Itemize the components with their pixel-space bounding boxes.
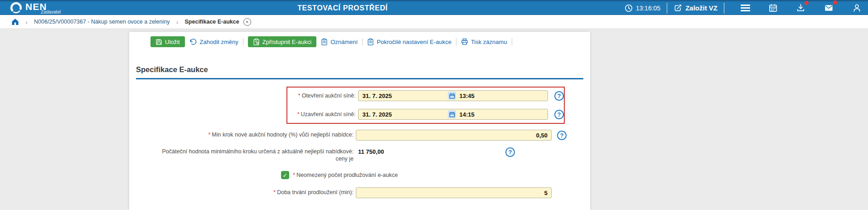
announcement-button[interactable]: Oznámení — [321, 38, 358, 45]
required-asterisk: * — [293, 172, 295, 178]
breadcrumb-current-page: Specifikace E-aukce — [185, 19, 239, 25]
header-controls: 13:16:05 Založit VZ — [625, 3, 862, 14]
clipboard-icon — [367, 38, 374, 45]
datepicker-button[interactable] — [448, 92, 456, 100]
publish-eauction-button[interactable]: Zpřístupnit E-aukci — [248, 36, 316, 47]
checkmark-icon: ✓ — [283, 172, 288, 179]
close-tab-icon[interactable] — [243, 18, 251, 26]
page-background: Uložit Zahodit změny — [0, 29, 868, 210]
help-icon[interactable] — [554, 110, 564, 119]
calendar-icon — [449, 93, 455, 99]
nen-logo[interactable]: NEN Zadavatel — [9, 1, 61, 15]
form-row-min-step: *Min krok nové aukční hodnoty (%) vůči n… — [129, 130, 590, 141]
open-room-time-value[interactable]: 13:45 — [459, 93, 474, 99]
unlimited-extensions-checkbox[interactable]: ✓ — [281, 171, 289, 179]
advanced-settings-button[interactable]: Pokročilé nastavení E-aukce — [367, 38, 451, 45]
app-header: NEN Zadavatel TESTOVACÍ PROSTŘEDÍ 13:16:… — [0, 0, 868, 15]
eauction-form: *Otevření aukční síně: 31. 7. 2025 — [129, 87, 590, 198]
toolbar-separator — [362, 38, 363, 45]
help-icon[interactable] — [505, 147, 515, 157]
breadcrumb-procurement-link[interactable]: N006/25/V00007367 - Nákup semen ovoce a … — [34, 19, 170, 25]
save-button[interactable]: Uložit — [150, 36, 185, 47]
nen-logo-icon — [9, 1, 23, 15]
undo-icon — [189, 39, 197, 45]
content-card: Uložit Zahodit změny — [129, 32, 590, 210]
help-icon[interactable] — [557, 131, 567, 140]
discard-changes-button[interactable]: Zahodit změny — [189, 39, 238, 45]
edit-icon — [674, 4, 682, 12]
advanced-settings-label: Pokročilé nastavení E-aukce — [377, 39, 451, 45]
header-divider — [667, 3, 667, 14]
mail-icon — [824, 3, 834, 13]
breadcrumb: N006/25/V00007367 - Nákup semen ovoce a … — [0, 15, 868, 29]
field-label: *Uzavření aukční síně: — [292, 111, 355, 117]
toolbar-separator — [512, 38, 512, 45]
record-toolbar: Uložit Zahodit změny — [129, 32, 590, 47]
clipboard-gear-icon — [253, 38, 260, 45]
nen-application: NEN Zadavatel TESTOVACÍ PROSTŘEDÍ 13:16:… — [0, 0, 868, 210]
printer-icon — [461, 38, 468, 45]
close-room-datetime-field[interactable]: 31. 7. 2025 14:15 — [358, 109, 548, 120]
validation-highlight-box: *Otevření aukční síně: 31. 7. 2025 — [286, 87, 565, 124]
messages-button[interactable] — [824, 3, 834, 13]
publish-eauction-label: Zpřístupnit E-aukci — [262, 39, 311, 45]
print-record-button[interactable]: Tisk záznamu — [461, 38, 507, 45]
field-label: *Doba trvání prodloužení (min): — [129, 189, 354, 196]
close-room-time-value[interactable]: 14:15 — [459, 111, 474, 118]
field-label: *Min krok nové aukční hodnoty (%) vůči n… — [129, 132, 354, 139]
open-room-datetime-field[interactable]: 31. 7. 2025 13:45 — [358, 90, 548, 101]
required-asterisk: * — [208, 132, 210, 138]
form-row-extension-duration: *Doba trvání prodloužení (min): 5 — [129, 187, 590, 198]
form-row-open-room: *Otevření aukční síně: 31. 7. 2025 — [292, 90, 564, 101]
logo-text: NEN Zadavatel — [25, 2, 61, 15]
field-label: Počáteční hodnota minimálního kroku urče… — [129, 148, 354, 162]
discard-changes-label: Zahodit změny — [200, 39, 238, 45]
home-icon[interactable] — [11, 18, 19, 25]
print-record-label: Tisk záznamu — [471, 39, 507, 45]
min-step-value[interactable]: 0,50 — [536, 132, 551, 139]
form-row-close-room: *Uzavření aukční síně: 31. 7. 2025 — [292, 109, 564, 120]
extension-duration-input[interactable]: 5 — [356, 187, 552, 198]
chevron-right-icon — [176, 18, 179, 26]
message-notification-badge — [833, 0, 837, 5]
page-title: Specifikace E-aukce — [136, 65, 208, 73]
calendar-icon — [449, 112, 455, 117]
open-room-date-value[interactable]: 31. 7. 2025 — [359, 93, 448, 99]
announcement-label: Oznámení — [330, 39, 358, 45]
clipboard-icon — [321, 38, 328, 45]
field-label: *Otevření aukční síně: — [292, 93, 355, 99]
initial-step-value: 11 750,00 — [358, 148, 384, 156]
required-asterisk: * — [298, 93, 301, 99]
toolbar-separator — [243, 38, 243, 45]
required-asterisk: * — [273, 189, 276, 195]
create-vz-button[interactable]: Založit VZ — [674, 4, 718, 12]
help-icon[interactable] — [554, 91, 564, 101]
server-time-value: 13:16:05 — [636, 5, 661, 12]
close-room-date-value[interactable]: 31. 7. 2025 — [359, 111, 448, 118]
form-row-unlimited-extensions: ✓ *Neomezený počet prodlužování e-aukce — [281, 171, 590, 179]
main-menu-button[interactable] — [741, 3, 750, 13]
section-header: Specifikace E-aukce — [136, 65, 583, 79]
min-step-input[interactable]: 0,50 — [356, 130, 552, 141]
user-profile-button[interactable] — [852, 3, 862, 13]
environment-title: TESTOVACÍ PROSTŘEDÍ — [61, 4, 625, 12]
checkbox-label: *Neomezený počet prodlužování e-aukce — [293, 172, 398, 178]
required-asterisk: * — [297, 111, 300, 117]
calendar-icon — [768, 3, 778, 13]
logo-module-label: Zadavatel — [41, 10, 61, 15]
form-row-initial-step: Počáteční hodnota minimálního kroku urče… — [129, 148, 590, 162]
datepicker-button[interactable] — [448, 110, 456, 118]
create-vz-label: Založit VZ — [685, 4, 718, 12]
calendar-button[interactable] — [768, 3, 778, 13]
download-icon — [796, 3, 805, 13]
save-button-label: Uložit — [165, 39, 180, 45]
extension-duration-value[interactable]: 5 — [544, 190, 551, 196]
download-notification-badge — [805, 1, 809, 5]
server-time: 13:16:05 — [625, 4, 661, 12]
header-divider — [724, 3, 724, 14]
toolbar-separator — [456, 38, 456, 45]
user-icon — [852, 3, 862, 13]
save-icon — [155, 39, 162, 45]
downloads-button[interactable] — [796, 3, 805, 13]
chevron-right-icon — [25, 18, 28, 26]
